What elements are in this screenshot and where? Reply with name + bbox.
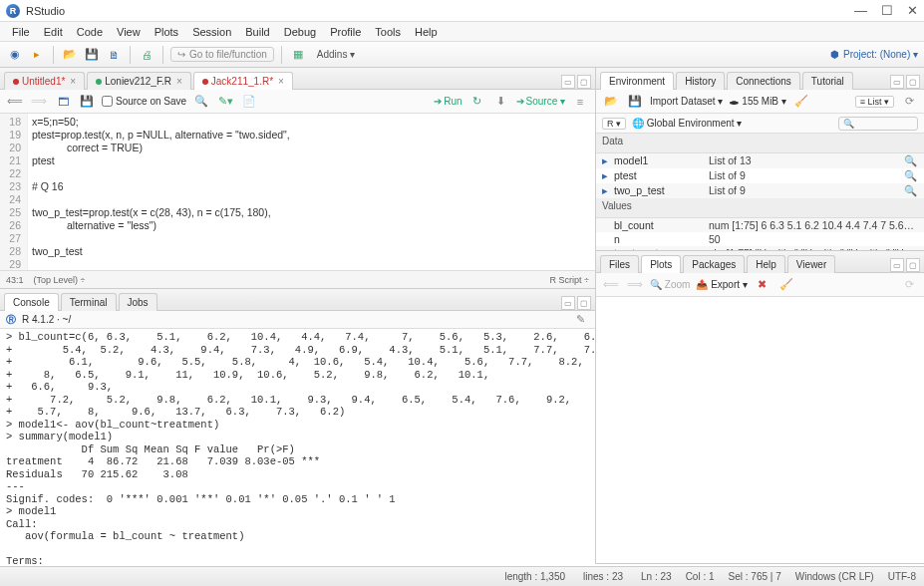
go-to-section-icon[interactable]: ⬇ <box>492 93 510 111</box>
memory-indicator[interactable]: 🕳 155 MiB ▾ <box>729 96 785 107</box>
clear-console-icon[interactable]: ✎ <box>571 311 589 329</box>
inspect-icon[interactable]: 🔍 <box>904 154 918 167</box>
menu-view[interactable]: View <box>111 24 147 40</box>
console-output[interactable]: > bl_count=c(6, 6.3, 5.1, 6.2, 10.4, 4.4… <box>0 329 595 586</box>
code-editor[interactable]: 18 19 20 21 22 23 24 25 26 27 28 29 30 3… <box>0 114 595 270</box>
plot-next-icon[interactable]: ⟹ <box>626 276 644 294</box>
addins-dropdown[interactable]: Addins ▾ <box>311 47 361 62</box>
menu-session[interactable]: Session <box>186 24 237 40</box>
tab-tutorial[interactable]: Tutorial <box>802 72 853 90</box>
save-all-icon[interactable]: 🗎 <box>105 46 123 64</box>
menu-file[interactable]: File <box>6 24 36 40</box>
menu-plots[interactable]: Plots <box>149 24 184 40</box>
tab-packages[interactable]: Packages <box>683 255 745 273</box>
pane-minimize-icon[interactable]: ▭ <box>890 258 904 272</box>
expand-icon[interactable]: ▸ <box>602 154 614 167</box>
tab-environment[interactable]: Environment <box>600 72 674 90</box>
new-file-icon[interactable]: ◉ <box>6 46 24 64</box>
env-row[interactable]: bl_countnum [1:75] 6 6.3 5.1 6.2 10.4 4.… <box>596 218 924 232</box>
source-button[interactable]: ➔ Source ▾ <box>516 96 565 107</box>
tab-connections[interactable]: Connections <box>727 72 800 90</box>
filetype-dropdown[interactable]: R Script ÷ <box>550 275 589 285</box>
maximize-button[interactable]: ☐ <box>881 3 893 18</box>
save-source-icon[interactable]: 💾 <box>78 93 96 111</box>
back-icon[interactable]: ⟸ <box>6 93 24 111</box>
scope-dropdown[interactable]: 🌐 Global Environment ▾ <box>632 118 742 129</box>
save-icon[interactable]: 💾 <box>83 46 101 64</box>
refresh-icon[interactable]: ⟳ <box>900 93 918 111</box>
pane-maximize-icon[interactable]: ▢ <box>906 258 920 272</box>
project-dropdown[interactable]: ⬢Project: (None) ▾ <box>830 49 918 60</box>
tab-label: Untitled1* <box>22 76 65 87</box>
close-button[interactable]: ✕ <box>907 3 918 18</box>
new-project-icon[interactable]: ▸ <box>28 46 46 64</box>
import-dropdown[interactable]: Import Dataset ▾ <box>650 96 723 107</box>
env-row[interactable]: n50 <box>596 232 924 246</box>
tab-help[interactable]: Help <box>747 255 785 273</box>
open-file-icon[interactable]: 📂 <box>61 46 79 64</box>
lang-dropdown[interactable]: R ▾ <box>602 118 626 130</box>
close-tab-icon[interactable]: × <box>176 76 182 87</box>
tab-untitled1[interactable]: Untitled1*× <box>4 72 85 90</box>
menu-edit[interactable]: Edit <box>38 24 69 40</box>
tab-terminal[interactable]: Terminal <box>61 293 117 311</box>
menu-code[interactable]: Code <box>71 24 109 40</box>
load-ws-icon[interactable]: 📂 <box>602 93 620 111</box>
tab-plots[interactable]: Plots <box>641 255 681 273</box>
tab-loniev[interactable]: Loniev212_F.R× <box>87 72 191 90</box>
env-row[interactable]: treatmentchr [1:75] "Healthy" "Healthy" … <box>596 246 924 250</box>
outline-icon[interactable]: ≡ <box>571 93 589 111</box>
rerun-icon[interactable]: ↻ <box>468 93 486 111</box>
show-in-new-icon[interactable]: 🗔 <box>54 93 72 111</box>
close-tab-icon[interactable]: × <box>278 76 284 87</box>
save-ws-icon[interactable]: 💾 <box>626 93 644 111</box>
pane-minimize-icon[interactable]: ▭ <box>561 75 575 89</box>
tab-console[interactable]: Console <box>4 293 59 311</box>
code-content[interactable]: x=5;n=50; ptest=prop.test(x, n, p =NULL,… <box>28 114 595 270</box>
goto-file-input[interactable]: ↪ Go to file/function <box>170 47 274 62</box>
find-icon[interactable]: 🔍 <box>192 93 210 111</box>
expand-icon[interactable]: ▸ <box>602 169 614 182</box>
close-tab-icon[interactable]: × <box>70 76 76 87</box>
remove-plot-icon[interactable]: ✖ <box>754 276 771 294</box>
refresh-plots-icon[interactable]: ⟳ <box>900 276 918 294</box>
dirty-dot-icon <box>202 79 208 85</box>
pane-minimize-icon[interactable]: ▭ <box>561 296 575 310</box>
compile-icon[interactable]: 📄 <box>240 93 258 111</box>
forward-icon[interactable]: ⟹ <box>30 93 48 111</box>
zoom-button[interactable]: 🔍 Zoom <box>650 279 690 290</box>
minimize-button[interactable]: — <box>854 3 867 18</box>
tab-jobs[interactable]: Jobs <box>119 293 157 311</box>
menu-tools[interactable]: Tools <box>369 24 407 40</box>
tab-files[interactable]: Files <box>600 255 639 273</box>
clear-env-icon[interactable]: 🧹 <box>792 93 810 111</box>
pane-maximize-icon[interactable]: ▢ <box>577 296 591 310</box>
source-on-save-checkbox[interactable]: Source on Save <box>102 96 186 107</box>
view-mode-dropdown[interactable]: ≡ List ▾ <box>855 96 894 108</box>
grid-icon[interactable]: ▦ <box>289 46 307 64</box>
env-row[interactable]: ▸ptestList of 9🔍 <box>596 168 924 183</box>
pane-minimize-icon[interactable]: ▭ <box>890 75 904 89</box>
env-row[interactable]: ▸two_p_testList of 9🔍 <box>596 183 924 198</box>
clear-plots-icon[interactable]: 🧹 <box>777 276 795 294</box>
env-row[interactable]: ▸model1List of 13🔍 <box>596 153 924 168</box>
pane-maximize-icon[interactable]: ▢ <box>577 75 591 89</box>
print-icon[interactable]: 🖨 <box>138 46 155 64</box>
inspect-icon[interactable]: 🔍 <box>904 169 918 182</box>
wand-icon[interactable]: ✎▾ <box>216 93 234 111</box>
menu-debug[interactable]: Debug <box>278 24 322 40</box>
pane-maximize-icon[interactable]: ▢ <box>906 75 920 89</box>
scope-dropdown[interactable]: (Top Level) ÷ <box>34 275 86 285</box>
menu-help[interactable]: Help <box>409 24 444 40</box>
tab-viewer[interactable]: Viewer <box>787 255 835 273</box>
menu-profile[interactable]: Profile <box>324 24 367 40</box>
inspect-icon[interactable]: 🔍 <box>904 184 918 197</box>
env-search-input[interactable]: 🔍 <box>838 117 918 131</box>
export-dropdown[interactable]: 📤 Export ▾ <box>696 279 747 290</box>
tab-history[interactable]: History <box>676 72 725 90</box>
run-button[interactable]: ➔ Run <box>434 96 462 107</box>
menu-build[interactable]: Build <box>239 24 275 40</box>
plot-prev-icon[interactable]: ⟸ <box>602 276 620 294</box>
expand-icon[interactable]: ▸ <box>602 184 614 197</box>
tab-jack211[interactable]: Jack211_1.R*× <box>193 72 293 90</box>
